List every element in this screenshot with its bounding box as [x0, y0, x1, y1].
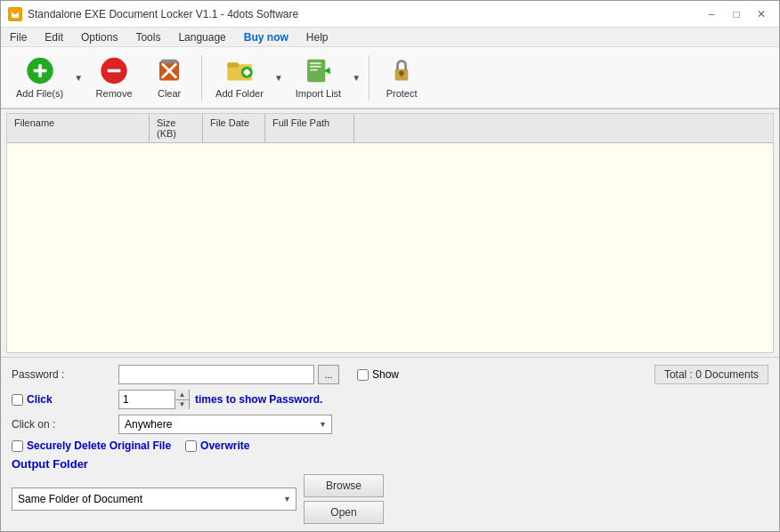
svg-rect-11: [227, 62, 239, 68]
bottom-panel: Password : ... Show Total : 0 Documents …: [1, 357, 779, 531]
close-button[interactable]: ✕: [751, 5, 772, 23]
toolbar-separator-1: [201, 55, 202, 100]
clickon-select-wrapper: Anywhere: [118, 415, 332, 434]
times-text: times to show Password.: [195, 393, 322, 406]
securely-delete-label: Securely Delete Original File: [27, 439, 171, 452]
securely-delete-item: Securely Delete Original File: [12, 439, 171, 452]
menu-bar: File Edit Options Tools Language Buy now…: [1, 28, 779, 47]
password-peek-button[interactable]: ...: [318, 365, 339, 384]
add-folder-dropdown[interactable]: ▼: [272, 52, 286, 103]
maximize-button[interactable]: □: [726, 5, 747, 23]
add-files-icon: [24, 56, 56, 85]
file-list: Filename Size (KB) File Date Full File P…: [6, 113, 774, 353]
output-buttons: Browse Open: [304, 474, 384, 524]
minimize-button[interactable]: –: [701, 5, 722, 23]
clear-icon: [153, 56, 185, 85]
clickon-select[interactable]: Anywhere: [118, 415, 332, 434]
password-label: Password :: [12, 368, 118, 381]
open-button[interactable]: Open: [304, 501, 384, 524]
window-title: Standalone EXE Document Locker V1.1 - 4d…: [28, 8, 298, 20]
main-window: Standalone EXE Document Locker V1.1 - 4d…: [0, 0, 780, 532]
add-files-button[interactable]: Add File(s): [8, 52, 71, 103]
menu-options[interactable]: Options: [72, 28, 126, 46]
click-label: Click: [27, 393, 53, 406]
browse-button[interactable]: Browse: [304, 474, 384, 497]
menu-edit[interactable]: Edit: [36, 28, 72, 46]
clickon-row: Click on : Anywhere: [12, 415, 768, 434]
menu-language[interactable]: Language: [169, 28, 234, 46]
toolbar: Add File(s) ▼ Remove Clear: [1, 47, 779, 109]
menu-help[interactable]: Help: [297, 28, 337, 46]
import-list-dropdown[interactable]: ▼: [349, 52, 363, 103]
protect-icon: [386, 56, 418, 85]
col-date: File Date: [203, 114, 265, 142]
svg-rect-2: [13, 11, 17, 14]
add-folder-button[interactable]: Add Folder: [207, 52, 272, 103]
menu-buynow[interactable]: Buy now: [235, 28, 297, 46]
toolbar-separator-2: [369, 55, 370, 100]
svg-rect-16: [310, 62, 321, 64]
col-path: Full File Path: [265, 114, 354, 142]
password-row: Password : ... Show Total : 0 Documents: [12, 365, 768, 384]
svg-rect-18: [310, 69, 318, 71]
clickon-label: Click on :: [12, 418, 118, 431]
total-label: Total : 0 Documents: [654, 365, 768, 384]
remove-button[interactable]: Remove: [87, 52, 141, 103]
clear-label: Clear: [158, 88, 181, 99]
col-size: Size (KB): [150, 114, 203, 142]
protect-label: Protect: [386, 88, 418, 99]
password-input[interactable]: [118, 365, 314, 384]
overwrite-checkbox[interactable]: [185, 440, 197, 452]
menu-tools[interactable]: Tools: [126, 28, 169, 46]
spin-input[interactable]: 1 ▲ ▼: [118, 390, 190, 409]
output-section: Output Folder Same Folder of Document Br…: [12, 457, 768, 524]
app-icon: [8, 7, 22, 21]
overwrite-item: Overwrite: [185, 439, 249, 452]
import-list-button[interactable]: Import List: [288, 52, 349, 103]
spin-up-button[interactable]: ▲: [175, 390, 189, 400]
remove-icon: [98, 56, 130, 85]
click-checkbox[interactable]: [12, 394, 23, 406]
svg-rect-5: [33, 69, 46, 73]
title-bar: Standalone EXE Document Locker V1.1 - 4d…: [1, 1, 779, 28]
output-folder-title: Output Folder: [12, 457, 768, 471]
svg-rect-7: [108, 69, 121, 73]
securely-delete-checkbox[interactable]: [12, 440, 23, 452]
menu-file[interactable]: File: [1, 28, 36, 46]
import-list-icon: [302, 56, 334, 85]
overwrite-label: Overwrite: [200, 439, 249, 452]
svg-rect-22: [401, 73, 402, 77]
add-folder-label: Add Folder: [215, 88, 264, 99]
output-select-wrapper: Same Folder of Document: [12, 488, 297, 511]
output-row: Same Folder of Document Browse Open: [12, 474, 768, 524]
spin-down-button[interactable]: ▼: [175, 400, 189, 410]
col-filename: Filename: [7, 114, 150, 142]
add-files-label: Add File(s): [16, 88, 63, 99]
show-password-checkbox[interactable]: [357, 369, 369, 381]
click-row: Click 1 ▲ ▼ times to show Password.: [12, 390, 768, 409]
add-folder-icon: [223, 56, 256, 85]
show-label: Show: [372, 368, 399, 381]
spin-value: 1: [119, 393, 175, 406]
output-folder-select[interactable]: Same Folder of Document: [12, 488, 297, 511]
svg-rect-17: [310, 66, 321, 68]
import-list-label: Import List: [296, 88, 341, 99]
clear-button[interactable]: Clear: [142, 52, 196, 103]
file-list-header: Filename Size (KB) File Date Full File P…: [7, 114, 773, 143]
protect-button[interactable]: Protect: [375, 52, 428, 103]
checkbox-row: Securely Delete Original File Overwrite: [12, 439, 768, 452]
add-files-dropdown[interactable]: ▼: [71, 52, 85, 103]
remove-label: Remove: [96, 88, 133, 99]
svg-rect-14: [244, 71, 250, 75]
svg-rect-9: [161, 60, 177, 64]
